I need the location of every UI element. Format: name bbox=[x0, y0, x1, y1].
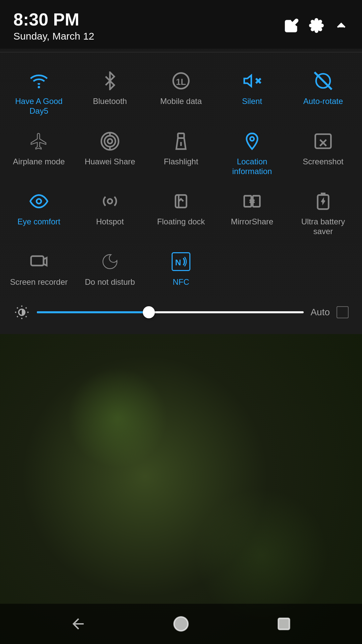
qs-eye-comfort-label: Eye comfort bbox=[17, 217, 60, 227]
qs-mirrorshare-label: MirrorShare bbox=[231, 217, 274, 227]
mobile-data-icon: 1L bbox=[169, 69, 193, 93]
qs-mobile-data[interactable]: 1L Mobile data bbox=[145, 62, 217, 123]
qs-location[interactable]: Location information bbox=[217, 123, 288, 183]
qs-ultra-battery[interactable]: Ultra battery saver bbox=[288, 183, 359, 243]
svg-point-8 bbox=[108, 139, 112, 144]
qs-eye-comfort[interactable]: Eye comfort bbox=[3, 183, 74, 243]
wallpaper-glow2 bbox=[194, 488, 328, 623]
qs-mobile-data-label: Mobile data bbox=[160, 97, 202, 106]
svg-point-40 bbox=[174, 617, 188, 631]
qs-dnd[interactable]: Do not disturb bbox=[74, 243, 145, 294]
brightness-fill bbox=[37, 311, 149, 313]
clock: 8:30 PM bbox=[13, 10, 94, 29]
bluetooth-icon bbox=[98, 69, 122, 93]
svg-text:N: N bbox=[175, 258, 181, 267]
svg-line-34 bbox=[17, 308, 18, 309]
qs-screen-recorder-label: Screen recorder bbox=[10, 277, 68, 287]
wallpaper bbox=[0, 334, 362, 644]
status-bar: 8:30 PM Sunday, March 12 bbox=[0, 0, 362, 49]
svg-marker-29 bbox=[44, 258, 47, 265]
notification-panel: 8:30 PM Sunday, March 12 bbox=[0, 0, 362, 334]
svg-point-15 bbox=[250, 137, 254, 141]
time-section: 8:30 PM Sunday, March 12 bbox=[13, 10, 94, 42]
svg-rect-28 bbox=[31, 256, 44, 266]
qs-bluetooth-label: Bluetooth bbox=[93, 97, 127, 106]
svg-rect-41 bbox=[278, 618, 289, 629]
eye-comfort-icon bbox=[27, 190, 51, 213]
qs-flashlight-label: Flashlight bbox=[164, 157, 198, 167]
mirrorshare-icon bbox=[240, 190, 264, 213]
brightness-slider[interactable] bbox=[37, 311, 304, 313]
qs-ultra-battery-label: Ultra battery saver bbox=[291, 217, 355, 236]
qs-floating-dock-label: Floating dock bbox=[157, 217, 205, 227]
qs-floating-dock[interactable]: Floating dock bbox=[145, 183, 217, 243]
qs-bluetooth[interactable]: Bluetooth bbox=[74, 62, 145, 123]
airplane-icon bbox=[27, 129, 51, 153]
qs-silent[interactable]: Silent bbox=[217, 62, 288, 123]
hotspot-icon bbox=[98, 190, 122, 213]
svg-point-19 bbox=[37, 199, 41, 204]
date: Sunday, March 12 bbox=[13, 31, 94, 42]
qs-wifi[interactable]: Have A Good Day5 bbox=[3, 62, 74, 123]
qs-nfc-label: NFC bbox=[173, 277, 189, 287]
settings-icon[interactable] bbox=[309, 18, 324, 34]
svg-point-20 bbox=[108, 199, 112, 204]
svg-rect-21 bbox=[176, 195, 187, 208]
brightness-icon bbox=[13, 304, 30, 321]
quick-settings-grid: Have A Good Day5 Bluetooth 1L Mobile dat… bbox=[0, 56, 362, 297]
wallpaper-glow1 bbox=[67, 368, 168, 468]
svg-point-9 bbox=[105, 136, 116, 147]
qs-hotspot[interactable]: Hotspot bbox=[74, 183, 145, 243]
qs-location-label: Location information bbox=[220, 157, 284, 176]
nfc-icon: N bbox=[169, 250, 193, 273]
qs-screenshot[interactable]: Screenshot bbox=[288, 123, 359, 183]
screenshot-icon bbox=[311, 129, 335, 153]
back-button[interactable] bbox=[66, 612, 90, 636]
nav-bar bbox=[0, 604, 362, 644]
qs-airplane-label: Airplane mode bbox=[13, 157, 65, 167]
auto-checkbox[interactable] bbox=[337, 306, 349, 318]
svg-rect-13 bbox=[178, 133, 184, 138]
svg-line-39 bbox=[26, 308, 27, 309]
svg-text:1L: 1L bbox=[176, 77, 186, 87]
huawei-share-icon bbox=[98, 129, 122, 153]
flashlight-icon bbox=[169, 129, 193, 153]
dnd-icon bbox=[98, 250, 122, 273]
qs-huawei-share-label: Huawei Share bbox=[85, 157, 135, 167]
svg-line-35 bbox=[26, 316, 27, 317]
qs-silent-label: Silent bbox=[242, 97, 262, 106]
qs-flashlight[interactable]: Flashlight bbox=[145, 123, 217, 183]
qs-auto-rotate[interactable]: Auto-rotate bbox=[288, 62, 359, 123]
brightness-row: Auto bbox=[0, 297, 362, 327]
svg-line-38 bbox=[17, 316, 18, 317]
qs-hotspot-label: Hotspot bbox=[96, 217, 124, 227]
ultra-battery-icon bbox=[311, 190, 335, 213]
svg-rect-16 bbox=[315, 134, 331, 148]
qs-airplane[interactable]: Airplane mode bbox=[3, 123, 74, 183]
qs-mirrorshare[interactable]: MirrorShare bbox=[217, 183, 288, 243]
svg-line-7 bbox=[314, 72, 331, 90]
header-icons bbox=[284, 18, 349, 34]
edit-icon[interactable] bbox=[284, 18, 299, 34]
collapse-icon[interactable] bbox=[334, 18, 349, 34]
qs-wifi-label: Have A Good Day5 bbox=[7, 97, 71, 116]
floating-dock-icon bbox=[169, 190, 193, 213]
qs-auto-rotate-label: Auto-rotate bbox=[303, 97, 343, 106]
divider bbox=[0, 52, 362, 52]
wifi-icon bbox=[27, 69, 51, 93]
auto-rotate-icon bbox=[311, 69, 335, 93]
location-icon bbox=[240, 129, 264, 153]
qs-dnd-label: Do not disturb bbox=[85, 277, 135, 287]
recents-button[interactable] bbox=[272, 612, 296, 636]
home-button[interactable] bbox=[169, 612, 193, 636]
screen-recorder-icon bbox=[27, 250, 51, 273]
silent-icon bbox=[240, 69, 264, 93]
qs-nfc[interactable]: N NFC bbox=[145, 243, 217, 294]
brightness-thumb[interactable] bbox=[143, 306, 155, 318]
auto-label: Auto bbox=[310, 307, 330, 318]
qs-huawei-share[interactable]: Huawei Share bbox=[74, 123, 145, 183]
qs-screen-recorder[interactable]: Screen recorder bbox=[3, 243, 74, 294]
qs-screenshot-label: Screenshot bbox=[303, 157, 343, 167]
